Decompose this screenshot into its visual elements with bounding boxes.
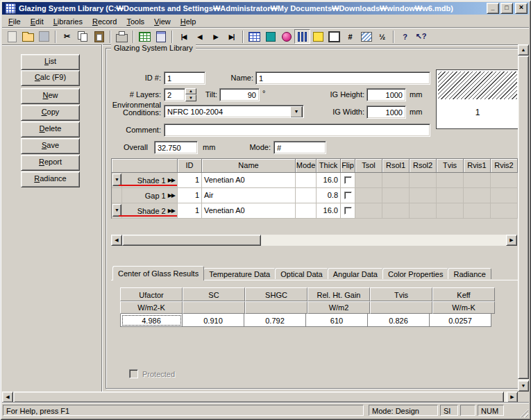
report-button[interactable]: Report	[21, 155, 80, 171]
spinner-down-icon[interactable]: ▼	[185, 94, 196, 101]
shade1-thick-cell[interactable]: 16.0	[317, 173, 341, 188]
tab-radiance[interactable]: Radiance	[448, 268, 491, 279]
shade2-mode-cell[interactable]	[296, 203, 317, 219]
shade2-id-cell[interactable]: 1	[178, 203, 202, 219]
scroll-left-icon[interactable]: ◀	[2, 392, 13, 403]
close-button[interactable]: ×	[515, 3, 528, 14]
menu-libraries[interactable]: Libraries	[49, 16, 87, 26]
help-icon: ?	[403, 33, 407, 41]
combo-dropdown-icon[interactable]: ▼	[290, 106, 303, 118]
gap1-name-cell[interactable]: Air	[202, 188, 296, 203]
resize-grip[interactable]	[519, 408, 528, 417]
shade1-id-cell[interactable]: 1	[178, 173, 202, 188]
radiance-button[interactable]: Radiance	[21, 171, 80, 187]
menu-tools[interactable]: Tools	[121, 16, 149, 26]
toolbar-help-button[interactable]: ?	[397, 29, 413, 44]
flip-checkbox[interactable]	[344, 192, 352, 199]
minimize-button[interactable]: _	[487, 3, 499, 14]
tab-optical-data[interactable]: Optical Data	[275, 268, 328, 279]
menu-view[interactable]: View	[149, 16, 176, 26]
tab-center-of-glass-results[interactable]: Center of Glass Results	[112, 266, 204, 280]
calc-button[interactable]: Calc (F9)	[21, 70, 80, 86]
empty-cell	[382, 173, 410, 188]
shade2-thick-cell[interactable]: 16.0	[317, 203, 341, 219]
copy-button[interactable]: Copy	[21, 105, 80, 121]
toolbar-context-help-button[interactable]: ↖?	[413, 29, 429, 44]
toolbar-glazing-system-library-button[interactable]	[294, 29, 310, 44]
shade1-mode-cell[interactable]	[296, 173, 317, 188]
scrollbar-thumb[interactable]	[13, 392, 504, 403]
toolbar-paste-button[interactable]	[91, 29, 107, 44]
scroll-right-icon[interactable]: ▶	[506, 235, 517, 246]
new-button[interactable]: New	[21, 88, 80, 104]
delete-button[interactable]: Delete	[21, 121, 80, 137]
vertical-scrollbar[interactable]: ▲ ▼	[518, 44, 529, 392]
scroll-right-icon[interactable]: ▶	[507, 392, 518, 403]
toolbar-next-record-button[interactable]: ▶	[208, 29, 224, 44]
tilt-field[interactable]: 90	[219, 88, 260, 101]
toolbar-shade-library-button[interactable]	[310, 29, 326, 44]
tab-color-properties[interactable]: Color Properties	[382, 268, 448, 279]
toolbar-spacer-library-button[interactable]	[358, 29, 374, 44]
results-values-row: 4.986 0.910 0.792 610 0.826 0.0257	[120, 314, 495, 327]
toolbar-last-record-button[interactable]: ▶|	[224, 29, 239, 44]
empty-cell	[355, 188, 382, 203]
toolbar-print-button[interactable]	[114, 29, 130, 44]
toolbar-list-button[interactable]	[137, 29, 153, 44]
tab-angular-data[interactable]: Angular Data	[328, 268, 383, 279]
toolbar-save-button[interactable]	[36, 29, 52, 44]
maximize-button[interactable]: □	[500, 3, 513, 14]
save-button[interactable]: Save	[21, 138, 80, 154]
layers-header-corner	[112, 159, 178, 173]
id-field[interactable]: 1	[164, 72, 205, 85]
toolbar-frame-library-button[interactable]	[326, 29, 342, 44]
status-num: NUM	[478, 405, 504, 416]
gap1-thick-cell[interactable]: 0.8	[317, 188, 341, 203]
scroll-down-icon[interactable]: ▼	[518, 380, 529, 392]
shade2-name-cell[interactable]: Venetian A0	[202, 203, 296, 219]
spinner-up-icon[interactable]: ▲	[185, 88, 196, 94]
ig-height-field[interactable]: 1000	[366, 88, 406, 101]
tab-temperature-data[interactable]: Temperature Data	[203, 268, 276, 279]
gap1-id-cell[interactable]: 1	[178, 188, 202, 203]
toolbar-first-record-button[interactable]: |◀	[176, 29, 192, 44]
toolbar-environmental-conditions-button[interactable]: ½	[374, 29, 390, 44]
horizontal-scrollbar[interactable]: ◀ ▶	[2, 392, 518, 403]
flip-checkbox[interactable]	[344, 176, 352, 184]
toolbar-window-library-button[interactable]	[246, 29, 262, 44]
context-help-icon: ↖?	[416, 32, 427, 41]
menu-edit[interactable]: Edit	[26, 16, 49, 26]
menu-record[interactable]: Record	[87, 16, 121, 26]
env-conditions-combo[interactable]: NFRC 100-2004 ▼	[164, 105, 304, 118]
flip-checkbox[interactable]	[344, 207, 352, 215]
menu-file[interactable]: File	[3, 16, 26, 26]
scroll-left-icon[interactable]: ◀	[111, 235, 122, 246]
menu-help[interactable]: Help	[176, 16, 201, 26]
gap1-mode-cell[interactable]	[296, 188, 317, 203]
shade1-name-cell[interactable]: Venetian A0	[202, 173, 296, 188]
comment-field[interactable]	[164, 124, 430, 137]
scrollbar-thumb[interactable]	[122, 235, 261, 246]
layers-table-scrollbar[interactable]: ◀ ▶	[111, 235, 517, 246]
id-label: ID #:	[132, 74, 161, 82]
toolbar-cut-button[interactable]: ✂	[59, 29, 75, 44]
toolbar-calc-button[interactable]	[153, 29, 169, 44]
new-file-icon	[8, 31, 17, 42]
toolbar-gas-library-button[interactable]	[262, 29, 278, 44]
name-field[interactable]: 1	[255, 72, 430, 85]
gap1-detail-link[interactable]: Gap 1 ▶▶	[122, 188, 178, 203]
toolbar-new-button[interactable]	[4, 29, 20, 44]
toolbar-divider-library-button[interactable]: #	[342, 29, 358, 44]
toolbar-copy-button[interactable]	[75, 29, 91, 44]
toolbar-open-button[interactable]	[20, 29, 36, 44]
toolbar-previous-record-button[interactable]: ◀	[192, 29, 208, 44]
ig-width-field[interactable]: 1000	[366, 106, 406, 119]
scrollbar-thumb[interactable]	[518, 56, 529, 379]
scroll-up-icon[interactable]: ▲	[518, 44, 529, 56]
empty-cell	[382, 203, 410, 219]
toolbar-glass-library-button[interactable]	[278, 29, 294, 44]
list-button[interactable]: List	[21, 54, 80, 70]
list-icon	[139, 32, 151, 42]
detail-arrows-icon: ▶▶	[168, 208, 175, 214]
layers-field[interactable]: 2	[164, 88, 185, 101]
